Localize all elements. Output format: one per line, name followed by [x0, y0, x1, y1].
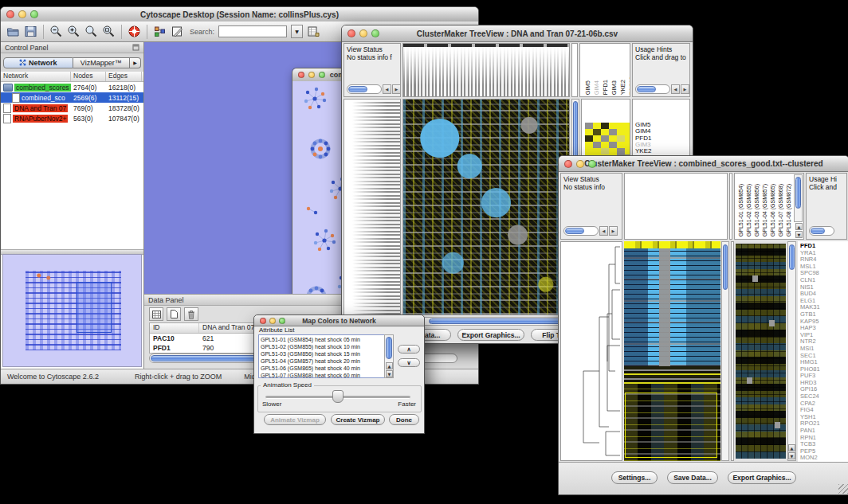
column-label[interactable]: PAC10: [628, 76, 630, 95]
column-label[interactable]: GPL51-07 (GSM868): [777, 184, 784, 236]
scroll-down-icon[interactable]: ▼: [386, 370, 393, 377]
tv1-column-dendrogram[interactable]: [402, 43, 570, 97]
scroll-left-icon[interactable]: ◀: [671, 84, 680, 94]
close-icon[interactable]: [260, 318, 266, 324]
matrix-cell[interactable]: [617, 142, 625, 148]
scroll-right-icon[interactable]: ▶: [681, 84, 689, 94]
zoom-window-icon[interactable]: [371, 29, 379, 37]
zoom-scroll-widget[interactable]: ◀ ▶: [347, 84, 401, 94]
matrix-cell[interactable]: [625, 129, 630, 135]
matrix-cell[interactable]: [625, 123, 630, 129]
scroll-thumb[interactable]: [811, 228, 825, 234]
column-label[interactable]: GIM3: [610, 80, 618, 95]
treeview2-titlebar[interactable]: ClusterMaker TreeView : combined_scores_…: [559, 156, 848, 172]
minimize-icon[interactable]: [18, 10, 26, 18]
minimize-icon[interactable]: [308, 72, 315, 78]
annotation-icon[interactable]: [171, 25, 184, 38]
minimize-icon[interactable]: [576, 160, 584, 168]
matrix-cell[interactable]: [585, 123, 593, 129]
tv2-column-dendrogram[interactable]: [624, 173, 728, 240]
col-edges[interactable]: Edges: [106, 72, 142, 81]
tv2-vscrollbar[interactable]: [721, 241, 729, 461]
col-network[interactable]: Network: [1, 72, 71, 81]
matrix-cell[interactable]: [617, 148, 625, 154]
tv2-zoom-vscrollbar[interactable]: ▲ ▼: [787, 241, 796, 461]
animation-speed-slider-thumb[interactable]: [332, 390, 344, 403]
zoom-fit-icon[interactable]: [102, 25, 116, 38]
close-icon[interactable]: [6, 10, 14, 18]
move-down-button[interactable]: ∨: [398, 358, 420, 367]
network-nodes-icon[interactable]: [153, 25, 167, 38]
scroll-thumb[interactable]: [348, 86, 367, 92]
save-icon[interactable]: [24, 25, 37, 38]
matrix-cell[interactable]: [617, 129, 625, 135]
network-row-rnapuber[interactable]: RNAPuberNov2+ 563(0) 107847(0): [1, 113, 143, 123]
matrix-cell[interactable]: [609, 129, 617, 135]
column-label[interactable]: GPL51-06 (GSM865): [769, 184, 776, 236]
tv2-collabel-scrollbar[interactable]: [794, 174, 803, 222]
scroll-up-icon[interactable]: ▲: [788, 444, 795, 451]
column-label[interactable]: YKE2: [619, 80, 626, 95]
scroll-left-icon[interactable]: ◀: [599, 226, 608, 236]
scroll-thumb[interactable]: [637, 86, 656, 92]
matrix-cell[interactable]: [609, 148, 617, 154]
attribute-list-item[interactable]: GPL51-06 (GSM865) heat shock 40 min: [261, 365, 393, 372]
settings-button[interactable]: Settings...: [611, 471, 658, 484]
attribute-list-scrollbar[interactable]: ▲ ▼: [384, 334, 394, 378]
matrix-cell[interactable]: [617, 123, 625, 129]
zoom-window-icon[interactable]: [279, 318, 285, 324]
matrix-cell[interactable]: [593, 123, 601, 129]
matrix-cell[interactable]: [593, 142, 601, 148]
col-id[interactable]: ID: [150, 323, 199, 333]
scrollbar-thumb[interactable]: [795, 177, 801, 209]
tv2-zoomed-heatmap[interactable]: [736, 244, 786, 459]
scrollbar-thumb[interactable]: [723, 244, 728, 290]
scroll-down-icon[interactable]: ▼: [795, 231, 803, 238]
search-input[interactable]: [218, 25, 287, 37]
zoom-window-icon[interactable]: [319, 72, 325, 78]
tv1-heatmap[interactable]: [402, 99, 570, 315]
attribute-list-item[interactable]: GPL51-03 (GSM856) heat shock 15 min: [261, 350, 393, 357]
close-icon[interactable]: [298, 72, 304, 78]
attribute-list-item[interactable]: GPL51-01 (GSM854) heat shock 05 min: [261, 336, 393, 343]
matrix-cell[interactable]: [585, 135, 593, 142]
matrix-cell[interactable]: [601, 123, 609, 129]
dialog-titlebar[interactable]: Map Colors to Network: [254, 315, 424, 326]
matrix-cell[interactable]: [625, 142, 630, 148]
matrix-cell[interactable]: [617, 135, 625, 142]
scroll-track[interactable]: [347, 84, 382, 94]
zoom-selected-icon[interactable]: [84, 25, 98, 38]
matrix-cell[interactable]: [585, 142, 593, 148]
column-label[interactable]: GPL51-02 (GSM855): [745, 184, 752, 236]
matrix-cell[interactable]: [609, 135, 617, 142]
matrix-cell[interactable]: [601, 142, 609, 148]
matrix-cell[interactable]: [601, 129, 609, 135]
network-row-combined-scores[interactable]: combined_scores 2764(0) 16218(0): [1, 82, 143, 92]
select-attributes-icon[interactable]: [149, 307, 163, 321]
animate-vizmap-button[interactable]: Animate Vizmap: [264, 414, 326, 425]
minimize-icon[interactable]: [269, 318, 276, 324]
column-label[interactable]: GPL51-04 (GSM857): [761, 184, 768, 236]
matrix-cell[interactable]: [609, 142, 617, 148]
scroll-track[interactable]: [563, 226, 599, 236]
float-panel-icon[interactable]: [132, 44, 139, 51]
gene-label[interactable]: MON2: [800, 455, 848, 462]
search-dropdown-icon[interactable]: ▼: [291, 25, 303, 38]
scroll-right-icon[interactable]: ▶: [392, 84, 401, 94]
tv1-hscrollbar[interactable]: [402, 317, 570, 326]
column-label[interactable]: GPL51-03 (GSM856): [753, 184, 760, 236]
main-window-titlebar[interactable]: Cytoscape Desktop (Session Name: collins…: [1, 7, 478, 22]
zoom-window-icon[interactable]: [30, 10, 38, 18]
move-up-button[interactable]: ∧: [398, 345, 420, 354]
scroll-down-icon[interactable]: ▼: [788, 452, 795, 459]
matrix-cell[interactable]: [609, 123, 617, 129]
network-row-combined-sco-selected[interactable]: combined_sco 2569(6) 13112(15): [1, 92, 143, 103]
scroll-track[interactable]: [635, 84, 670, 94]
zoom-window-icon[interactable]: [588, 160, 596, 168]
save-data-button[interactable]: Save Data...: [667, 471, 718, 484]
close-icon[interactable]: [564, 160, 572, 168]
zoom-scroll-widget[interactable]: ◀ ▶: [635, 84, 689, 94]
attribute-list-item[interactable]: GPL51-02 (GSM855) heat shock 10 min: [261, 343, 393, 350]
scrollbar-thumb[interactable]: [386, 337, 392, 359]
matrix-cell[interactable]: [593, 148, 601, 154]
